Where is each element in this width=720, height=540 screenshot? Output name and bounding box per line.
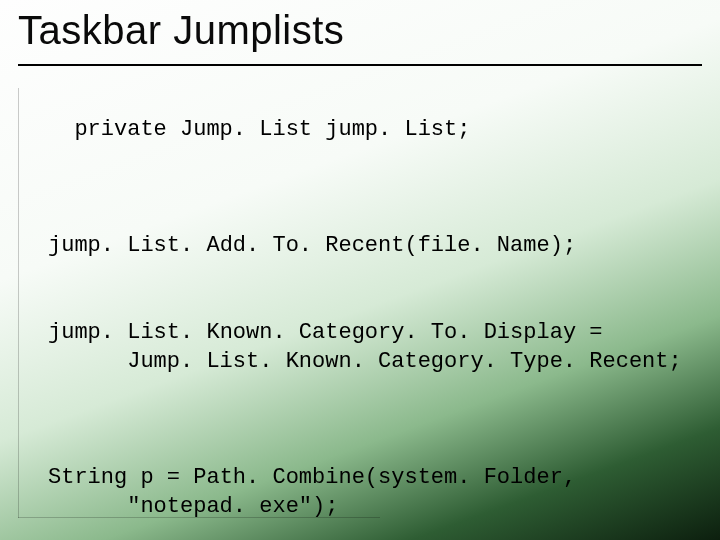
- code-line: "notepad. exe");: [48, 492, 690, 521]
- decor-line-vertical: [18, 88, 19, 518]
- title-underline: [18, 64, 702, 66]
- slide-title: Taskbar Jumplists: [18, 8, 702, 59]
- code-line: private Jump. List jump. List;: [48, 115, 690, 144]
- code-line: jump. List. Add. To. Recent(file. Name);: [48, 233, 576, 258]
- code-block: private Jump. List jump. List; jump. Lis…: [48, 86, 690, 540]
- code-line: Jump. List. Known. Category. Type. Recen…: [48, 347, 690, 376]
- slide: Taskbar Jumplists private Jump. List jum…: [0, 0, 720, 540]
- code-line: jump. List. Known. Category. To. Display…: [48, 320, 603, 345]
- code-line: String p = Path. Combine(system. Folder,: [48, 465, 576, 490]
- code-blank: [48, 405, 690, 434]
- code-blank: [48, 260, 690, 289]
- code-blank: [48, 173, 690, 202]
